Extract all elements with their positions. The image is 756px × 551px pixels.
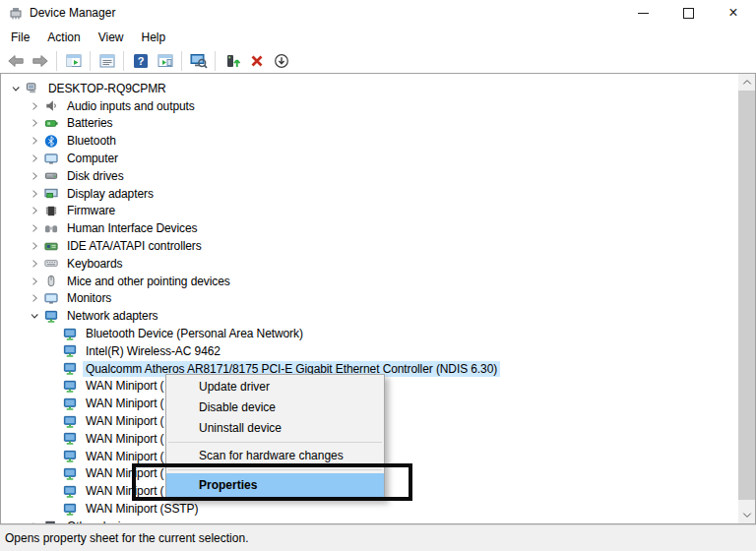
tree-item[interactable]: Bluetooth <box>1 132 755 150</box>
chevron-right-icon[interactable] <box>25 151 43 166</box>
tree-item-label: Monitors <box>64 290 114 306</box>
forward-arrow-button[interactable] <box>28 50 52 72</box>
menu-action[interactable]: Action <box>38 28 89 47</box>
tree-item[interactable]: Firmware <box>1 203 755 220</box>
properties-window-icon <box>98 53 116 69</box>
toolbar-separator <box>123 51 124 71</box>
scroll-up-button[interactable] <box>738 74 755 91</box>
network-icon <box>62 414 78 429</box>
tree-item-label: WAN Miniport ( <box>83 413 167 429</box>
tree-item[interactable]: Human Interface Devices <box>1 219 755 237</box>
tree-item[interactable]: ?Other devices <box>1 518 755 524</box>
context-menu-item-scan-for-hardware-changes[interactable]: Scan for hardware changes <box>166 446 384 466</box>
chevron-right-icon[interactable] <box>25 256 43 272</box>
tree-item-label: WAN Miniport ( <box>83 483 167 499</box>
context-menu: Update driverDisable deviceUninstall dev… <box>165 374 385 500</box>
chevron-spacer <box>43 431 62 447</box>
tree-item-label: WAN Miniport ( <box>83 465 167 481</box>
tree-item[interactable]: Batteries <box>1 115 755 133</box>
chevron-spacer <box>43 465 62 481</box>
chevron-right-icon[interactable] <box>25 168 43 184</box>
tree-item[interactable]: IDE ATA/ATAPI controllers <box>1 237 755 255</box>
disable-device-icon <box>273 53 290 69</box>
close-icon: × <box>728 5 737 21</box>
title-bar: Device Manager × <box>0 0 756 26</box>
tree-item-label: Disk drives <box>64 168 127 184</box>
tree-item[interactable]: Monitors <box>1 290 755 308</box>
disable-device-button[interactable] <box>269 50 293 72</box>
tree-item[interactable]: Keyboards <box>1 255 755 273</box>
update-driver-button[interactable] <box>220 50 244 72</box>
chevron-right-icon[interactable] <box>25 115 43 131</box>
uninstall-device-button[interactable] <box>244 50 269 72</box>
chevron-spacer <box>43 378 62 394</box>
tree-item[interactable]: WAN Miniport (SSTP) <box>1 500 755 518</box>
context-menu-item-disable-device[interactable]: Disable device <box>166 398 384 418</box>
tree-item[interactable]: Disk drives <box>1 167 755 185</box>
chevron-right-icon[interactable] <box>25 133 43 149</box>
tree-item[interactable]: Display adapters <box>1 185 755 203</box>
close-button[interactable]: × <box>711 0 756 26</box>
ide-icon <box>43 239 59 254</box>
chevron-down-icon[interactable] <box>6 81 25 96</box>
tree-item-label: Audio inputs and outputs <box>64 98 198 114</box>
tree-item[interactable]: Network adapters <box>1 307 755 325</box>
audio-icon <box>43 98 59 113</box>
chevron-right-icon[interactable] <box>25 220 43 236</box>
scan-hardware-button[interactable] <box>186 50 211 72</box>
chevron-spacer <box>43 343 62 359</box>
chevron-spacer <box>43 361 62 377</box>
scroll-up-icon <box>742 78 752 87</box>
chevron-spacer <box>43 501 62 517</box>
scroll-down-button[interactable] <box>738 507 755 523</box>
chevron-right-icon[interactable] <box>25 274 43 289</box>
vertical-scrollbar[interactable] <box>738 74 755 523</box>
menu-view[interactable]: View <box>90 28 133 47</box>
menu-help[interactable]: Help <box>133 28 175 47</box>
toolbar-separator <box>215 51 216 71</box>
toolbar-separator <box>181 51 182 71</box>
chevron-right-icon[interactable] <box>25 186 43 202</box>
menu-separator <box>168 442 382 443</box>
display-icon <box>43 186 59 201</box>
chevron-right-icon[interactable] <box>25 98 43 114</box>
properties-window-button[interactable] <box>94 50 119 72</box>
console-tree-button[interactable] <box>61 50 86 72</box>
chevron-right-icon[interactable] <box>25 203 43 218</box>
monitor-icon <box>43 152 59 166</box>
tree-item[interactable]: Computer <box>1 150 755 167</box>
context-menu-item-uninstall-device[interactable]: Uninstall device <box>166 418 384 439</box>
chevron-spacer <box>43 413 62 429</box>
back-arrow-button[interactable] <box>3 50 28 72</box>
show-window-icon <box>157 53 174 69</box>
update-driver-icon <box>223 53 241 69</box>
chevron-down-icon[interactable] <box>25 308 43 324</box>
minimize-button[interactable] <box>620 0 665 26</box>
tree-item-label: WAN Miniport ( <box>83 396 167 411</box>
network-icon <box>62 484 78 499</box>
help-button[interactable]: ? <box>128 50 153 72</box>
chevron-right-icon[interactable] <box>25 238 43 254</box>
tree-item[interactable]: Bluetooth Device (Personal Area Network) <box>1 325 755 342</box>
window-controls: × <box>620 0 756 26</box>
disk-icon <box>43 168 59 183</box>
menu-bar: FileActionViewHelp <box>0 26 756 49</box>
tree-item[interactable]: Audio inputs and outputs <box>1 97 755 115</box>
chevron-spacer <box>43 449 62 464</box>
context-menu-item-update-driver[interactable]: Update driver <box>166 377 384 398</box>
firmware-icon <box>43 204 59 218</box>
chevron-right-icon[interactable] <box>25 290 43 306</box>
context-menu-item-properties[interactable]: Properties <box>166 473 384 497</box>
tree-item[interactable]: Mice and other pointing devices <box>1 273 755 290</box>
tree-item-label: Network adapters <box>64 308 160 324</box>
tree-item[interactable]: Intel(R) Wireless-AC 9462 <box>1 342 755 360</box>
menu-file[interactable]: File <box>2 28 38 47</box>
network-icon <box>62 327 78 341</box>
tree-item[interactable]: DESKTOP-RQ9CPMR <box>1 80 755 97</box>
maximize-button[interactable] <box>665 0 711 26</box>
show-window-button[interactable] <box>153 50 177 72</box>
network-icon <box>62 431 78 446</box>
tree-item-label: WAN Miniport (SSTP) <box>83 501 201 517</box>
network-icon <box>62 449 78 463</box>
scrollbar-thumb[interactable] <box>738 91 755 500</box>
